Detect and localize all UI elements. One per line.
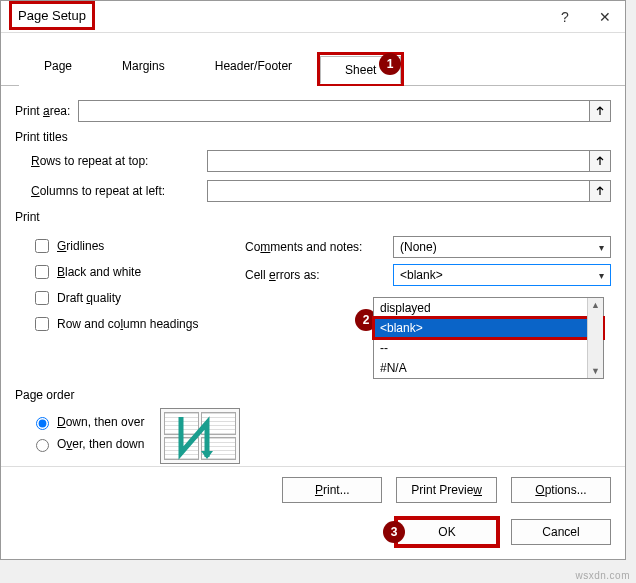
- comments-select[interactable]: (None) ▾: [393, 236, 611, 258]
- over-down-label: Over, then down: [57, 437, 144, 451]
- page-order-radios: Down, then over Over, then down: [15, 408, 144, 464]
- dropdown-option-na[interactable]: #N/A: [374, 358, 603, 378]
- page-order-label: Page order: [15, 388, 611, 402]
- gridlines-checkbox[interactable]: [35, 239, 49, 253]
- cellerrors-value: <blank>: [400, 268, 443, 282]
- scroll-up-icon[interactable]: ▲: [591, 300, 600, 310]
- range-picker-icon[interactable]: [589, 180, 611, 202]
- print-titles-label: Print titles: [15, 130, 611, 144]
- action-buttons-row: Print... Print Preview Options...: [1, 466, 625, 513]
- dialog-body: Print area: Print titles Rows to repeat …: [1, 86, 625, 472]
- tab-margins[interactable]: Margins: [97, 52, 190, 86]
- print-button[interactable]: Print...: [282, 477, 382, 503]
- tab-strip: Page Margins Header/Footer Sheet: [1, 33, 625, 86]
- comments-value: (None): [400, 240, 437, 254]
- rowcolhead-label: Row and column headings: [57, 317, 198, 331]
- range-picker-icon[interactable]: [589, 100, 611, 122]
- range-picker-icon[interactable]: [589, 150, 611, 172]
- print-area-label: Print area:: [15, 104, 70, 118]
- print-titles-group: Rows to repeat at top: Columns to repeat…: [15, 150, 611, 202]
- draft-checkbox[interactable]: [35, 291, 49, 305]
- ok-button[interactable]: OK: [397, 519, 497, 545]
- rows-repeat-label: Rows to repeat at top:: [31, 154, 199, 168]
- cols-repeat-input[interactable]: [207, 180, 590, 202]
- callout-badge-1: 1: [379, 53, 401, 75]
- bw-label: Black and white: [57, 265, 141, 279]
- chevron-down-icon: ▾: [599, 242, 604, 253]
- dropdown-scrollbar[interactable]: ▲ ▼: [587, 298, 603, 378]
- page-order-illustration: [160, 408, 240, 464]
- cols-repeat-label: Columns to repeat at left:: [31, 184, 199, 198]
- print-checkboxes: Gridlines Black and white Draft quality …: [15, 230, 215, 340]
- cancel-button[interactable]: Cancel: [511, 519, 611, 545]
- page-order-group: Down, then over Over, then down: [15, 408, 611, 464]
- tab-page[interactable]: Page: [19, 52, 97, 86]
- titlebar: Page Setup ? ✕: [1, 1, 625, 33]
- dropdown-option-displayed[interactable]: displayed: [374, 298, 603, 318]
- print-area-input[interactable]: [78, 100, 590, 122]
- close-button[interactable]: ✕: [585, 2, 625, 32]
- help-button[interactable]: ?: [545, 2, 585, 32]
- rows-repeat-input[interactable]: [207, 150, 590, 172]
- print-preview-button[interactable]: Print Preview: [396, 477, 497, 503]
- scroll-down-icon[interactable]: ▼: [591, 366, 600, 376]
- dropdown-option-blank[interactable]: <blank>: [374, 318, 603, 338]
- dropdown-option-dashes[interactable]: --: [374, 338, 603, 358]
- print-area-row: Print area:: [15, 100, 611, 122]
- down-over-label: Down, then over: [57, 415, 144, 429]
- page-setup-dialog: Page Setup ? ✕ Page Margins Header/Foote…: [0, 0, 626, 560]
- cellerrors-label: Cell errors as:: [245, 268, 393, 282]
- arrow-icon: [167, 413, 235, 461]
- cellerrors-select[interactable]: <blank> ▾: [393, 264, 611, 286]
- comments-label: Comments and notes:: [245, 240, 393, 254]
- down-over-radio[interactable]: [36, 417, 49, 430]
- bw-checkbox[interactable]: [35, 265, 49, 279]
- draft-label: Draft quality: [57, 291, 121, 305]
- rowcolhead-checkbox[interactable]: [35, 317, 49, 331]
- chevron-down-icon: ▾: [599, 270, 604, 281]
- options-button[interactable]: Options...: [511, 477, 611, 503]
- callout-badge-3: 3: [383, 521, 405, 543]
- tab-header-footer[interactable]: Header/Footer: [190, 52, 317, 86]
- print-group-label: Print: [15, 210, 611, 224]
- over-down-radio[interactable]: [36, 439, 49, 452]
- window-title: Page Setup: [9, 1, 95, 30]
- watermark: wsxdn.com: [575, 570, 630, 581]
- ok-cancel-row: OK Cancel: [1, 511, 625, 553]
- gridlines-label: Gridlines: [57, 239, 104, 253]
- cellerrors-dropdown[interactable]: displayed <blank> -- #N/A ▲ ▼: [373, 297, 604, 379]
